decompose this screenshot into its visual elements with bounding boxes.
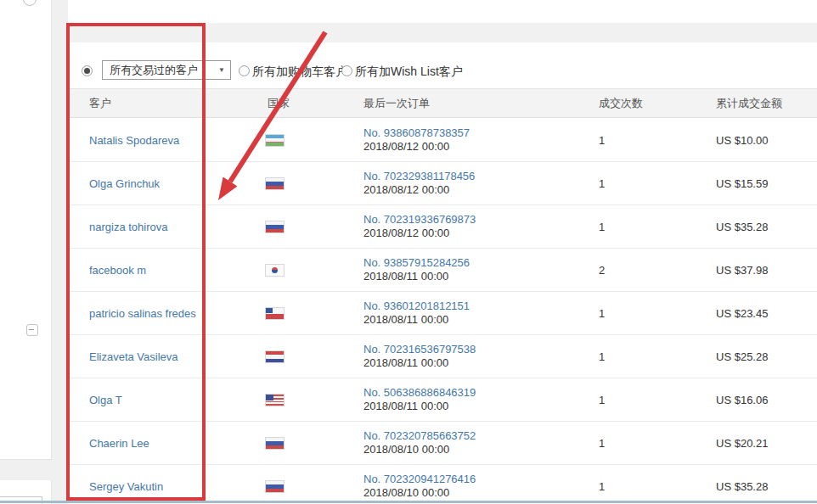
- order-number-link[interactable]: No. 506386886846319: [363, 386, 476, 400]
- customer-cell: Natalis Spodareva: [89, 119, 179, 161]
- transaction-count: 1: [599, 480, 605, 493]
- country-flag-uz-icon: [265, 134, 285, 147]
- table-row: patricio salinas fredesNo. 9360120181215…: [68, 292, 817, 335]
- table-row: nargiza tohirovaNo. 7023193367698732018/…: [68, 205, 817, 249]
- last-order-cell: No. 7023209412764162018/08/10 00:00: [363, 465, 476, 504]
- tree-collapse-minus-icon[interactable]: [26, 324, 38, 336]
- total-amount: US $25.28: [716, 350, 768, 363]
- radio-all-transacted-customers[interactable]: [82, 65, 93, 76]
- country-cell: [265, 205, 285, 248]
- total-amount: US $20.21: [716, 437, 768, 450]
- transaction-count: 1: [599, 437, 605, 450]
- total-amount: US $16.06: [716, 394, 768, 406]
- transaction-count-cell: 1: [599, 335, 605, 378]
- order-number-link[interactable]: No. 93857915284256: [363, 256, 470, 270]
- order-date: 2018/08/12 00:00: [363, 227, 449, 240]
- country-flag-ru-icon: [265, 177, 285, 190]
- order-date: 2018/08/11 00:00: [363, 400, 448, 413]
- country-flag-nl-icon: [265, 350, 285, 363]
- total-amount-cell: US $16.06: [716, 378, 768, 421]
- radio-label-wishlist: 所有加Wish List客户: [355, 64, 463, 78]
- customer-cell: facebook m: [89, 249, 146, 291]
- order-number-link[interactable]: No. 702320941276416: [363, 473, 476, 486]
- radio-label-cart: 所有加购物车客户: [252, 64, 347, 78]
- transaction-count-cell: 1: [599, 465, 605, 504]
- radio-all-wishlist-customers[interactable]: [341, 65, 352, 76]
- customer-link[interactable]: Olga Grinchuk: [89, 177, 160, 190]
- customer-cell: patricio salinas fredes: [89, 292, 196, 334]
- table-row: Natalis SpodarevaNo. 938608787383572018/…: [68, 119, 817, 162]
- country-cell: [265, 465, 285, 504]
- transaction-count-cell: 2: [599, 249, 605, 291]
- order-number-link[interactable]: No. 702320785663752: [363, 429, 476, 443]
- order-number-link[interactable]: No. 702319336769873: [363, 213, 476, 227]
- total-amount-cell: US $35.28: [716, 465, 768, 504]
- bottom-scroll-edge-line: [0, 501, 817, 503]
- total-amount-cell: US $37.98: [716, 249, 768, 291]
- transaction-count: 1: [599, 350, 605, 363]
- transaction-count: 2: [599, 264, 605, 277]
- order-number-link[interactable]: No. 93601201812151: [363, 300, 470, 313]
- table-row: Elizaveta VasilevaNo. 702316536797538201…: [68, 335, 817, 378]
- transaction-count-cell: 1: [599, 162, 605, 204]
- last-order-cell: No. 7023193367698732018/08/12 00:00: [363, 205, 476, 248]
- transaction-count: 1: [599, 307, 605, 320]
- customer-type-dropdown[interactable]: 所有交易过的客户 ▼: [102, 60, 231, 80]
- country-cell: [265, 378, 285, 421]
- country-cell: [265, 335, 285, 378]
- country-flag-ru-icon: [265, 437, 285, 450]
- customer-link[interactable]: nargiza tohirova: [89, 221, 168, 233]
- customer-link[interactable]: Chaerin Lee: [89, 437, 149, 450]
- left-gray-band: [0, 460, 52, 480]
- customer-link[interactable]: Natalis Spodareva: [89, 134, 179, 147]
- transaction-count-cell: 1: [599, 422, 605, 464]
- order-date: 2018/08/11 00:00: [363, 356, 448, 370]
- country-cell: [265, 162, 285, 204]
- transaction-count: 1: [599, 394, 605, 406]
- table-row: Sergey VakutinNo. 7023209412764162018/08…: [68, 465, 817, 504]
- section-header-band: [68, 23, 817, 42]
- total-amount: US $37.98: [716, 264, 768, 277]
- transaction-count: 1: [599, 221, 605, 233]
- table-row: Olga GrinchukNo. 7023293811784562018/08/…: [68, 162, 817, 205]
- customer-link[interactable]: facebook m: [89, 264, 146, 277]
- order-number-link[interactable]: No. 93860878738357: [363, 126, 470, 140]
- country-cell: [265, 249, 285, 291]
- table-row: facebook mNo. 938579152842562018/08/11 0…: [68, 249, 817, 292]
- customer-link[interactable]: Sergey Vakutin: [89, 480, 163, 493]
- country-flag-ru-icon: [265, 221, 285, 233]
- order-date: 2018/08/11 00:00: [363, 313, 448, 327]
- last-order-cell: No. 938608787383572018/08/12 00:00: [363, 119, 470, 161]
- transaction-count: 1: [599, 177, 605, 190]
- radio-all-cart-customers[interactable]: [239, 65, 250, 76]
- total-amount-cell: US $35.28: [716, 205, 768, 248]
- column-header-customer: 客户: [89, 89, 111, 118]
- customer-link[interactable]: patricio salinas fredes: [89, 307, 196, 320]
- table-row: Olga TNo. 5063868868463192018/08/11 00:0…: [68, 378, 817, 422]
- total-amount-cell: US $20.21: [716, 422, 768, 464]
- transaction-count-cell: 1: [599, 378, 605, 421]
- order-date: 2018/08/11 00:00: [363, 270, 448, 283]
- order-date: 2018/08/12 00:00: [363, 183, 449, 197]
- order-number-link[interactable]: No. 702329381178456: [363, 170, 475, 183]
- country-cell: [265, 119, 285, 161]
- column-header-amount: 累计成交金额: [716, 89, 782, 118]
- order-date: 2018/08/10 00:00: [363, 486, 449, 500]
- country-flag-ru-icon: [265, 480, 285, 493]
- chevron-down-icon[interactable]: ▼: [213, 66, 230, 74]
- table-row: Chaerin LeeNo. 7023207856637522018/08/10…: [68, 422, 817, 465]
- customer-cell: Elizaveta Vasileva: [89, 335, 178, 378]
- customer-link[interactable]: Olga T: [89, 394, 122, 406]
- total-amount: US $23.45: [716, 307, 768, 320]
- order-number-link[interactable]: No. 702316536797538: [363, 343, 476, 356]
- last-order-cell: No. 5063868868463192018/08/11 00:00: [363, 378, 476, 421]
- order-date: 2018/08/10 00:00: [363, 443, 449, 456]
- last-order-cell: No. 938579152842562018/08/11 00:00: [363, 249, 470, 291]
- customer-cell: nargiza tohirova: [89, 205, 168, 248]
- transaction-count-cell: 1: [599, 205, 605, 248]
- last-order-cell: No. 7023293811784562018/08/12 00:00: [363, 162, 475, 204]
- cropped-radio-icon: [23, 0, 37, 6]
- table-body: Natalis SpodarevaNo. 938608787383572018/…: [68, 119, 817, 504]
- order-date: 2018/08/12 00:00: [363, 140, 449, 154]
- customer-link[interactable]: Elizaveta Vasileva: [89, 350, 178, 363]
